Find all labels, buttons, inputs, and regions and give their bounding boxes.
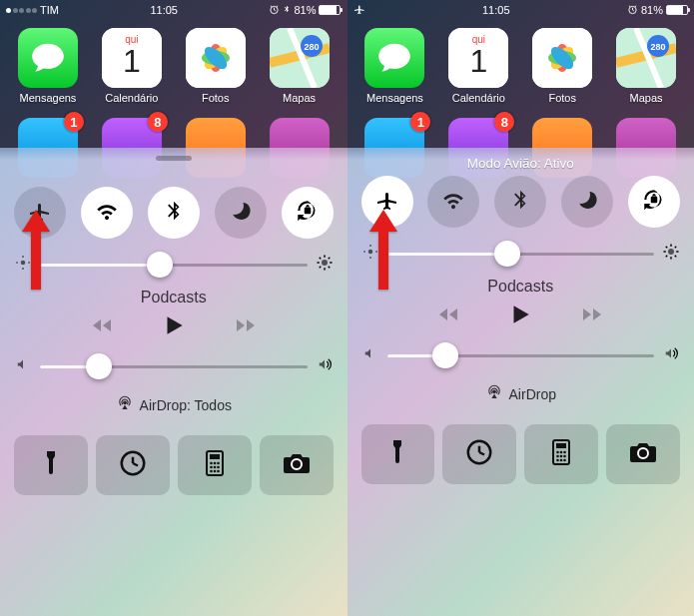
now-playing-label: Podcasts: [14, 289, 334, 307]
svg-point-37: [217, 466, 220, 469]
airdrop-label: AirDrop: [509, 386, 556, 402]
volume-low-icon: [361, 344, 379, 366]
bluetooth-icon: [163, 200, 185, 226]
toggle-row: [361, 176, 681, 228]
wifi-icon: [94, 198, 120, 228]
phone-screen-1: 11:05 81% Mensagens qui 1 Calendário Fot…: [347, 0, 695, 616]
next-track-button[interactable]: [231, 313, 261, 341]
airdrop-button[interactable]: AirDrop: Todos: [14, 394, 334, 415]
toggle-row: [14, 187, 334, 239]
svg-line-46: [635, 5, 636, 6]
svg-line-45: [629, 5, 630, 6]
svg-point-82: [563, 459, 566, 462]
svg-line-22: [319, 258, 321, 260]
svg-rect-73: [556, 443, 566, 448]
svg-point-32: [210, 462, 213, 465]
alarm-icon: [269, 4, 280, 17]
svg-point-36: [213, 466, 216, 469]
timer-button[interactable]: [442, 424, 516, 484]
airdrop-button[interactable]: AirDrop: [361, 383, 681, 404]
svg-point-34: [217, 462, 220, 465]
bluetooth-icon: [509, 189, 531, 215]
prev-track-button[interactable]: [433, 303, 463, 330]
phone-screen-0: TIM 11:05 81% Mensagens qui 1 Calendário…: [0, 0, 347, 616]
now-playing-label: Podcasts: [361, 278, 681, 296]
airplane-toggle[interactable]: [361, 176, 413, 228]
svg-point-81: [560, 459, 563, 462]
flashlight-button[interactable]: [14, 435, 88, 495]
svg-point-74: [556, 451, 559, 454]
play-button[interactable]: [507, 302, 533, 331]
airplane-icon: [375, 188, 399, 216]
quick-actions-row: [14, 435, 334, 495]
volume-high-icon: [662, 344, 680, 366]
svg-line-44: [632, 9, 633, 10]
flashlight-icon: [384, 438, 410, 470]
svg-rect-31: [210, 454, 220, 459]
orientation_lock-toggle[interactable]: [628, 176, 680, 228]
control-center-status: Modo Avião: Ativo: [361, 156, 681, 172]
svg-point-12: [21, 261, 26, 266]
control-center: Modo Avião: Ativo Podcasts AirDrop: [347, 148, 695, 616]
status-bar: 11:05 81%: [347, 0, 695, 20]
timer-button[interactable]: [96, 435, 170, 495]
svg-line-71: [479, 452, 484, 455]
volume-slider[interactable]: [361, 343, 681, 367]
dnd-toggle[interactable]: [215, 187, 267, 239]
wifi-toggle[interactable]: [427, 176, 479, 228]
svg-line-3: [271, 5, 272, 6]
brightness-knob[interactable]: [147, 252, 173, 278]
camera-button[interactable]: [606, 424, 680, 484]
media-controls: [14, 312, 334, 342]
orientation_lock-toggle[interactable]: [282, 187, 334, 239]
calculator-button[interactable]: [524, 424, 598, 484]
svg-point-79: [563, 455, 566, 458]
play-button[interactable]: [161, 312, 187, 342]
svg-point-68: [492, 389, 496, 393]
svg-line-65: [675, 256, 677, 258]
svg-line-23: [328, 267, 330, 269]
svg-point-77: [556, 455, 559, 458]
quick-actions-row: [361, 424, 681, 484]
svg-point-17: [322, 260, 328, 266]
volume-knob[interactable]: [432, 342, 458, 368]
prev-track-button[interactable]: [87, 313, 117, 341]
svg-point-33: [213, 462, 216, 465]
wifi-toggle[interactable]: [81, 187, 133, 239]
svg-point-80: [556, 459, 559, 462]
brightness-slider[interactable]: [14, 253, 334, 277]
battery-icon: [319, 5, 341, 15]
svg-line-64: [666, 247, 668, 249]
status-bar: TIM 11:05 81%: [0, 0, 347, 20]
flashlight-button[interactable]: [361, 424, 435, 484]
bluetooth-toggle[interactable]: [148, 187, 200, 239]
svg-point-38: [210, 470, 213, 473]
signal-strength: [6, 8, 37, 13]
flashlight-icon: [38, 449, 64, 481]
brightness-slider[interactable]: [361, 242, 681, 266]
volume-low-icon: [14, 355, 32, 377]
camera-icon: [628, 440, 658, 468]
camera-button[interactable]: [260, 435, 334, 495]
status-time: 11:05: [150, 4, 178, 16]
airplane-toggle[interactable]: [14, 187, 66, 239]
status-time: 11:05: [482, 4, 510, 16]
svg-line-25: [319, 267, 321, 269]
svg-point-76: [563, 451, 566, 454]
media-controls: [361, 302, 681, 331]
bluetooth-toggle[interactable]: [494, 176, 546, 228]
calculator-button[interactable]: [178, 435, 252, 495]
wifi-icon: [440, 187, 466, 217]
svg-point-54: [367, 250, 372, 255]
volume-knob[interactable]: [86, 353, 112, 379]
airdrop-icon: [116, 394, 134, 415]
battery-percentage: 81%: [641, 4, 663, 16]
volume-slider[interactable]: [14, 354, 334, 378]
grabber-handle[interactable]: [156, 156, 192, 161]
next-track-button[interactable]: [577, 303, 607, 330]
svg-line-66: [675, 247, 677, 249]
dnd-toggle[interactable]: [561, 176, 613, 228]
volume-high-icon: [316, 355, 334, 377]
brightness-knob[interactable]: [494, 241, 520, 267]
dnd-icon: [229, 199, 253, 227]
